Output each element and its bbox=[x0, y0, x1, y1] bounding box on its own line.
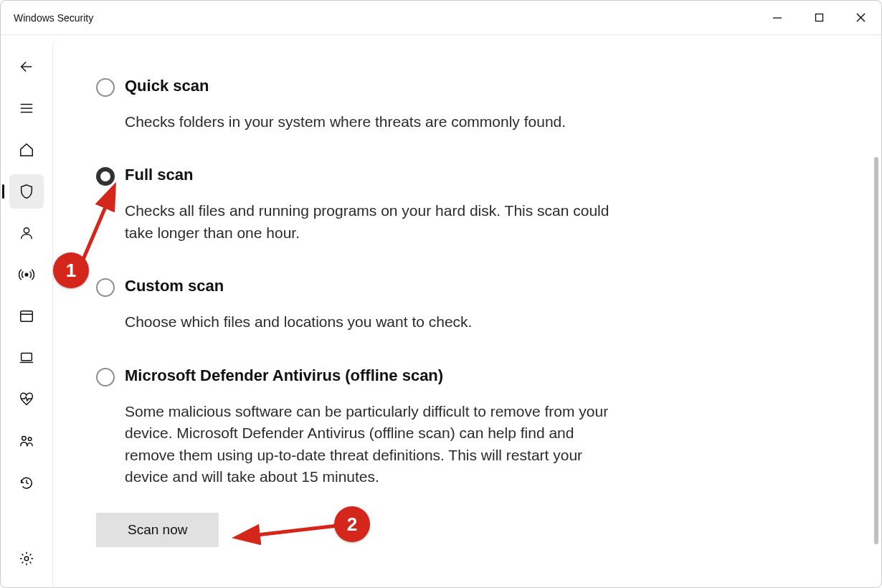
scan-option-custom[interactable]: Custom scan Choose which files and locat… bbox=[96, 277, 627, 333]
custom-scan-desc: Choose which files and locations you wan… bbox=[125, 311, 627, 333]
back-button[interactable] bbox=[9, 49, 44, 84]
svg-point-16 bbox=[24, 556, 29, 561]
full-scan-desc: Checks all files and running programs on… bbox=[125, 200, 627, 244]
full-scan-title: Full scan bbox=[125, 166, 627, 184]
svg-point-8 bbox=[24, 228, 29, 233]
radio-offline-scan[interactable] bbox=[96, 368, 115, 387]
minimize-icon bbox=[772, 13, 782, 23]
nav-device-performance[interactable] bbox=[9, 382, 44, 417]
svg-rect-12 bbox=[22, 354, 32, 361]
shield-icon bbox=[19, 184, 34, 199]
svg-point-14 bbox=[22, 437, 26, 441]
sidebar bbox=[1, 35, 52, 587]
window-controls bbox=[757, 1, 881, 34]
maximize-button[interactable] bbox=[798, 1, 840, 34]
nav-settings[interactable] bbox=[9, 541, 44, 576]
vertical-scrollbar[interactable] bbox=[874, 157, 878, 544]
app-window-icon bbox=[19, 308, 34, 324]
nav-account-protection[interactable] bbox=[9, 216, 44, 250]
arrow-left-icon bbox=[19, 59, 34, 75]
svg-point-9 bbox=[25, 273, 28, 276]
minimize-button[interactable] bbox=[757, 1, 798, 34]
offline-scan-desc: Some malicious software can be particula… bbox=[125, 401, 627, 488]
person-icon bbox=[19, 225, 34, 241]
radio-custom-scan[interactable] bbox=[96, 278, 115, 297]
hamburger-menu[interactable] bbox=[9, 91, 44, 125]
nav-virus-protection[interactable] bbox=[9, 174, 44, 209]
history-icon bbox=[19, 475, 34, 490]
scan-option-offline[interactable]: Microsoft Defender Antivirus (offline sc… bbox=[96, 366, 627, 488]
nav-family-options[interactable] bbox=[9, 424, 44, 458]
close-icon bbox=[855, 12, 866, 23]
antenna-icon bbox=[19, 267, 34, 283]
annotation-badge-1: 1 bbox=[53, 252, 89, 288]
home-icon bbox=[19, 142, 34, 158]
nav-home[interactable] bbox=[9, 133, 44, 167]
radio-full-scan[interactable] bbox=[96, 167, 115, 186]
scan-now-button[interactable]: Scan now bbox=[96, 513, 219, 547]
svg-point-15 bbox=[28, 437, 32, 441]
nav-firewall-network[interactable] bbox=[9, 257, 44, 292]
radio-quick-scan[interactable] bbox=[96, 78, 115, 97]
quick-scan-title: Quick scan bbox=[125, 77, 627, 95]
titlebar: Windows Security bbox=[1, 1, 881, 35]
nav-protection-history[interactable] bbox=[9, 465, 44, 500]
scan-option-full[interactable]: Full scan Checks all files and running p… bbox=[96, 166, 627, 244]
quick-scan-desc: Checks folders in your system where thre… bbox=[125, 111, 627, 133]
nav-app-browser[interactable] bbox=[9, 299, 44, 333]
custom-scan-title: Custom scan bbox=[125, 277, 627, 295]
heart-icon bbox=[19, 392, 34, 407]
gear-icon bbox=[19, 551, 34, 566]
close-button[interactable] bbox=[840, 1, 881, 34]
maximize-icon bbox=[815, 13, 824, 22]
app-window: Windows Security bbox=[0, 0, 882, 588]
main-content: Quick scan Checks folders in your system… bbox=[52, 39, 881, 587]
nav-device-security[interactable] bbox=[9, 341, 44, 375]
svg-rect-1 bbox=[815, 14, 822, 22]
window-title: Windows Security bbox=[14, 12, 93, 24]
annotation-badge-2: 2 bbox=[334, 506, 370, 542]
family-icon bbox=[19, 433, 34, 449]
scan-option-quick[interactable]: Quick scan Checks folders in your system… bbox=[96, 77, 627, 133]
offline-scan-title: Microsoft Defender Antivirus (offline sc… bbox=[125, 366, 627, 385]
laptop-icon bbox=[19, 350, 34, 366]
menu-icon bbox=[19, 100, 34, 116]
svg-rect-10 bbox=[21, 311, 33, 322]
